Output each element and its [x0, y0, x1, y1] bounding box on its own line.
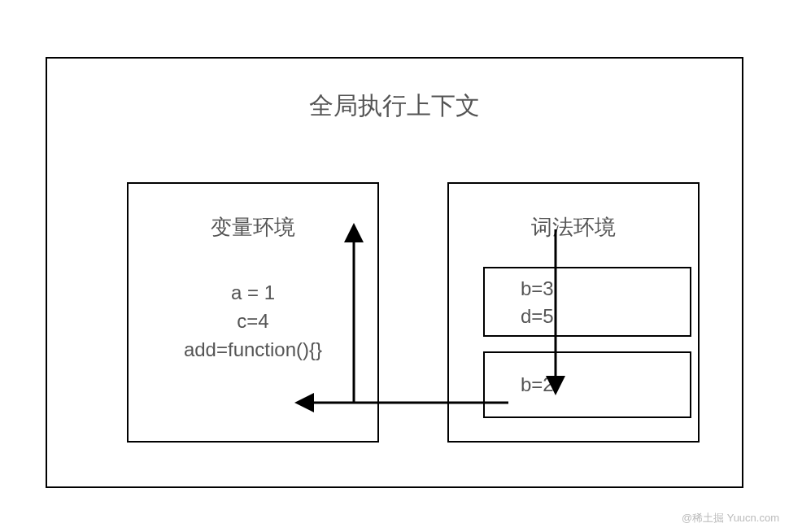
lexical-scope-bottom: b=2 — [483, 351, 691, 418]
variable-environment-title: 变量环境 — [129, 213, 377, 242]
lex-line: b=3 — [521, 275, 690, 303]
variable-environment-content: a = 1 c=4 add=function(){} — [129, 279, 377, 364]
diagram-title: 全局执行上下文 — [47, 89, 742, 123]
watermark-text: @稀土掘 Yuucn.com — [682, 511, 779, 525]
var-line: c=4 — [129, 307, 377, 336]
lex-line: b=2 — [521, 371, 690, 399]
lexical-environment-title: 词法环境 — [449, 213, 698, 242]
var-line: add=function(){} — [129, 336, 377, 364]
lexical-environment-box: 词法环境 b=3 d=5 b=2 — [447, 182, 700, 443]
lexical-scope-top: b=3 d=5 — [483, 267, 691, 337]
global-context-box: 全局执行上下文 变量环境 a = 1 c=4 add=function(){} … — [46, 57, 743, 488]
var-line: a = 1 — [129, 279, 377, 307]
variable-environment-box: 变量环境 a = 1 c=4 add=function(){} — [127, 182, 379, 443]
lex-line: d=5 — [521, 303, 690, 330]
